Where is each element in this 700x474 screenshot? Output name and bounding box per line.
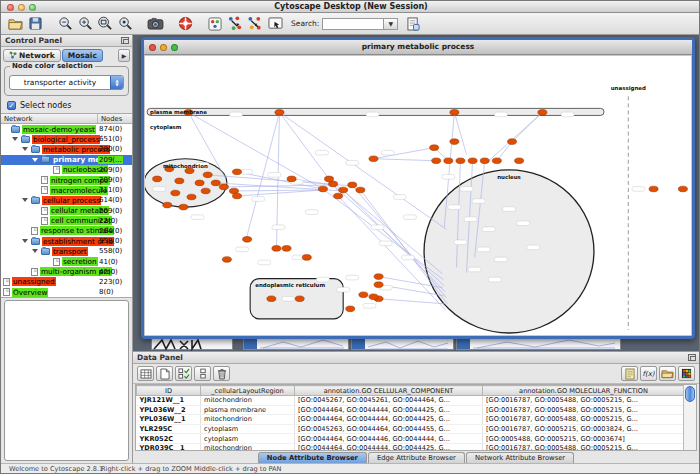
network-node[interactable] xyxy=(232,169,241,175)
tree-row[interactable]: response to stimulu264(0) xyxy=(1,226,132,236)
table-cell[interactable]: [GO:0016787, GO:0005215, GO:0003824, G..… xyxy=(483,424,685,434)
search-dropdown-button[interactable]: ▼ xyxy=(384,18,398,30)
tree-row[interactable]: metabolic process280(0) xyxy=(1,144,132,154)
vizmapper-icon[interactable] xyxy=(205,15,225,33)
network-node[interactable] xyxy=(175,178,184,184)
zoom-fit-icon[interactable] xyxy=(95,15,115,33)
new-attribute-icon[interactable] xyxy=(156,366,173,381)
delete-attribute-icon[interactable] xyxy=(213,366,230,381)
tree-row[interactable]: nucleobase-209(0) xyxy=(1,165,132,175)
select-nodes-checkbox[interactable]: ✓ xyxy=(7,101,16,110)
tree-row[interactable]: nitrogen compo209(0) xyxy=(1,175,132,185)
table-cell[interactable]: [GO:0045267, GO:0045261, GO:0044464, G..… xyxy=(295,396,483,406)
network-node[interactable] xyxy=(302,255,311,261)
table-cell[interactable]: mitochondrion xyxy=(201,443,295,451)
table-cell[interactable]: YJR121W__1 xyxy=(137,396,201,406)
zoom-selected-icon[interactable] xyxy=(115,15,135,33)
network-node[interactable] xyxy=(334,193,343,199)
network-canvas[interactable]: plasma membrane cytoplasm mitochondrion … xyxy=(145,56,691,335)
browser-tab[interactable]: Network Attribute Browser xyxy=(466,452,574,463)
tree-row[interactable]: biological_process651(0) xyxy=(1,134,132,144)
network-node[interactable] xyxy=(430,145,439,151)
network-node[interactable] xyxy=(507,139,516,145)
table-row[interactable]: YLR295Ccytoplasm[GO:0045263, GO:0044464,… xyxy=(137,424,685,434)
network-node[interactable] xyxy=(339,187,348,193)
annotation-tool-icon[interactable] xyxy=(265,15,285,33)
network-node[interactable] xyxy=(222,257,231,263)
tree-row[interactable]: cellular metabo209(0) xyxy=(1,206,132,216)
network-node[interactable] xyxy=(450,139,459,145)
network-node[interactable] xyxy=(369,156,378,162)
tree-row[interactable]: mosaic-demo-yeast874(0) xyxy=(1,124,132,134)
network-node[interactable] xyxy=(287,176,296,182)
unselect-attributes-icon[interactable] xyxy=(194,366,211,381)
table-cell[interactable]: [GO:0016787, GO:0005488, GO:0005215, G..… xyxy=(483,405,685,415)
table-cell[interactable]: [GO:0016787, GO:0005488, GO:0005215, G..… xyxy=(483,443,685,451)
tree-row[interactable]: unassigned223(0) xyxy=(1,277,132,287)
layout-network-a-icon[interactable] xyxy=(225,15,245,33)
network-edge[interactable] xyxy=(489,112,543,160)
network-node[interactable] xyxy=(329,181,338,187)
table-mode-icon[interactable] xyxy=(137,366,154,381)
formula-builder-icon[interactable]: f(x) xyxy=(640,366,657,381)
table-cell[interactable]: cytoplasm xyxy=(201,434,295,444)
network-node[interactable] xyxy=(444,158,453,164)
column-header[interactable]: ID xyxy=(137,386,201,396)
network-node[interactable] xyxy=(348,182,357,188)
table-scrollbar[interactable] xyxy=(683,385,696,450)
attribute-matrix-icon[interactable] xyxy=(678,366,695,381)
network-node[interactable] xyxy=(324,176,333,182)
table-cell[interactable]: YLR295C xyxy=(137,424,201,434)
tree-row[interactable]: cellular process614(0) xyxy=(1,195,132,205)
table-row[interactable]: YPL036W__2plasma membrane[GO:0044464, GO… xyxy=(137,405,685,415)
network-node[interactable] xyxy=(267,296,276,302)
table-cell[interactable]: [GO:0044464, GO:0044444, GO:0044425, G..… xyxy=(295,415,483,425)
network-node[interactable] xyxy=(203,172,212,178)
network-node[interactable] xyxy=(369,294,378,300)
network-edge[interactable] xyxy=(379,299,445,304)
attribute-table-header-row[interactable]: ID_cellularLayoutRegionannotation.GO CEL… xyxy=(137,386,685,396)
tree-row[interactable]: transport558(0) xyxy=(1,246,132,256)
network-edge[interactable] xyxy=(323,189,443,280)
network-node[interactable] xyxy=(171,190,180,196)
tab-mosaic[interactable]: Mosaic xyxy=(62,49,103,62)
table-cell[interactable]: [GO:0044464, GO:0044444, GO:0044425, G..… xyxy=(295,405,483,415)
column-header[interactable]: _cellularLayoutRegion xyxy=(201,386,295,396)
import-attributes-icon[interactable] xyxy=(659,366,676,381)
network-frame-titlebar[interactable]: primary metabolic process xyxy=(144,40,692,55)
network-node[interactable] xyxy=(456,158,465,164)
table-row[interactable]: YPL036W__1mitochondrion[GO:0044464, GO:0… xyxy=(137,415,685,425)
table-cell[interactable]: YDR039C__1 xyxy=(137,443,201,451)
layout-network-b-icon[interactable] xyxy=(245,15,265,33)
tree-row[interactable]: macromolecule311(0) xyxy=(1,185,132,195)
network-node[interactable] xyxy=(346,306,355,312)
network-node[interactable] xyxy=(359,292,368,298)
network-node[interactable] xyxy=(480,158,489,164)
table-cell[interactable]: mitochondrion xyxy=(201,396,295,406)
table-cell[interactable]: mitochondrion xyxy=(201,415,295,425)
zoom-in-icon[interactable] xyxy=(75,15,95,33)
float-panel-icon[interactable] xyxy=(688,354,696,361)
node-color-dropdown[interactable]: transporter activity ▲▼ xyxy=(9,75,124,90)
tree-row[interactable]: primary metabo209(... xyxy=(1,155,132,165)
tab-overflow-arrow[interactable]: ▶ xyxy=(118,49,130,62)
table-row[interactable]: YKR052Ccytoplasm[GO:0044464, GO:0044446,… xyxy=(137,434,685,444)
table-cell[interactable]: [GO:0044464, GO:0044444, GO:0044425, G..… xyxy=(295,443,483,451)
tree-row[interactable]: Overview8(0) xyxy=(1,287,132,297)
network-node[interactable] xyxy=(179,204,188,210)
float-panel-icon[interactable] xyxy=(121,37,129,44)
network-edge[interactable] xyxy=(329,179,442,274)
tree-row[interactable]: cell communicat22(0) xyxy=(1,216,132,226)
snapshot-camera-icon[interactable] xyxy=(145,15,165,33)
tree-row[interactable]: secretion41(0) xyxy=(1,256,132,266)
zoom-out-icon[interactable] xyxy=(55,15,75,33)
column-header[interactable]: annotation.GO CELLULAR_COMPONENT xyxy=(295,386,483,396)
network-node[interactable] xyxy=(187,194,196,200)
expander-icon[interactable] xyxy=(22,198,28,202)
table-cell[interactable]: cytoplasm xyxy=(201,424,295,434)
scrollbar-thumb[interactable] xyxy=(685,386,695,402)
network-node[interactable] xyxy=(232,193,241,199)
tree-row[interactable]: establishment of lo558(0) xyxy=(1,236,132,246)
network-node[interactable] xyxy=(153,176,162,182)
birds-eye-view[interactable] xyxy=(4,300,129,461)
